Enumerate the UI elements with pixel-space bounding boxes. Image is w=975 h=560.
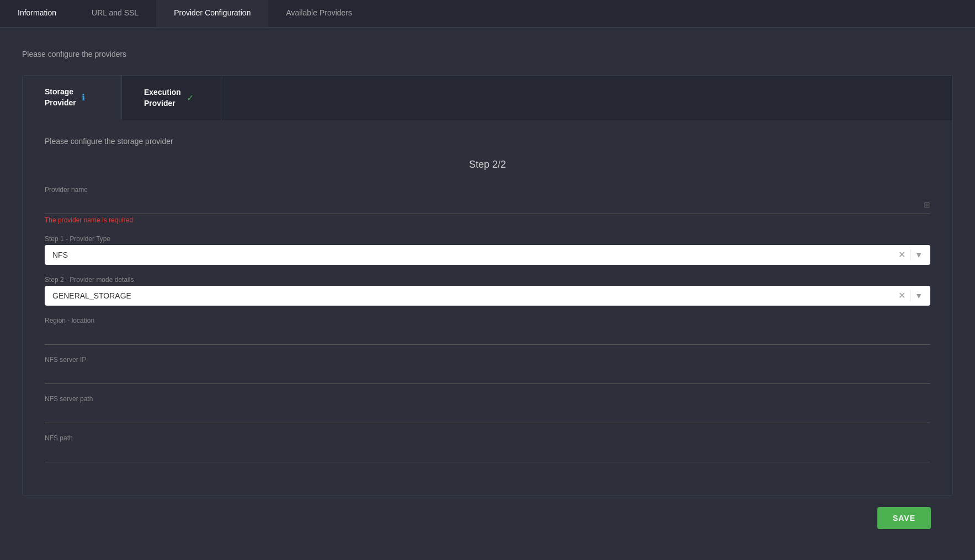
storage-provider-description: Please configure the storage provider	[45, 137, 930, 146]
nfs-server-ip-group: NFS server IP	[45, 356, 930, 384]
provider-tabs-container: StorageProvider ℹ ExecutionProvider ✓ Pl…	[22, 75, 953, 496]
provider-name-input[interactable]	[45, 200, 924, 209]
step-header: Step 2/2	[45, 159, 930, 170]
provider-name-label: Provider name	[45, 186, 930, 194]
tab-provider-configuration[interactable]: Provider Configuration	[156, 0, 268, 27]
save-button[interactable]: SAVE	[877, 507, 931, 529]
provider-mode-value: GENERAL_STORAGE	[45, 286, 896, 306]
provider-type-chevron[interactable]: ▼	[913, 249, 925, 260]
tab-storage-provider[interactable]: StorageProvider ℹ	[23, 76, 122, 120]
nfs-server-path-group: NFS server path	[45, 395, 930, 423]
nfs-path-group: NFS path	[45, 434, 930, 462]
provider-type-label: Step 1 - Provider Type	[45, 235, 930, 243]
provider-mode-group: Step 2 - Provider mode details GENERAL_S…	[45, 276, 930, 306]
copy-icon[interactable]: ⊞	[924, 200, 930, 209]
tab-available-providers[interactable]: Available Providers	[268, 0, 370, 27]
nfs-server-ip-input[interactable]	[45, 366, 930, 384]
info-icon: ℹ	[82, 92, 85, 103]
nfs-server-ip-label: NFS server IP	[45, 356, 930, 364]
region-input[interactable]	[45, 327, 930, 345]
provider-name-error: The provider name is required	[45, 216, 930, 224]
provider-type-clear[interactable]: ✕	[896, 249, 908, 260]
region-label: Region - location	[45, 317, 930, 324]
provider-mode-chevron[interactable]: ▼	[913, 290, 925, 301]
tab-execution-provider[interactable]: ExecutionProvider ✓	[122, 76, 221, 120]
nfs-server-path-label: NFS server path	[45, 395, 930, 403]
page-content: Please configure the providers StoragePr…	[0, 28, 975, 560]
nfs-server-path-input[interactable]	[45, 405, 930, 423]
provider-type-select[interactable]: NFS ✕ ▼	[45, 245, 930, 265]
nfs-path-label: NFS path	[45, 434, 930, 442]
provider-tabs-header: StorageProvider ℹ ExecutionProvider ✓	[23, 76, 952, 120]
provider-type-value: NFS	[45, 245, 896, 265]
save-btn-container: SAVE	[22, 496, 953, 540]
provider-mode-clear[interactable]: ✕	[896, 290, 908, 301]
page-description: Please configure the providers	[22, 50, 953, 58]
select-divider	[910, 249, 910, 260]
nfs-path-input[interactable]	[45, 444, 930, 462]
provider-mode-select[interactable]: GENERAL_STORAGE ✕ ▼	[45, 286, 930, 306]
top-nav: Information URL and SSL Provider Configu…	[0, 0, 975, 28]
provider-name-input-row: ⊞	[45, 196, 930, 214]
tab-url-ssl[interactable]: URL and SSL	[74, 0, 156, 27]
provider-mode-label: Step 2 - Provider mode details	[45, 276, 930, 284]
region-group: Region - location	[45, 317, 930, 345]
tab-information[interactable]: Information	[0, 0, 74, 27]
provider-name-group: Provider name ⊞ The provider name is req…	[45, 186, 930, 224]
check-icon: ✓	[187, 93, 194, 103]
provider-content: Please configure the storage provider St…	[23, 120, 952, 495]
provider-type-group: Step 1 - Provider Type NFS ✕ ▼	[45, 235, 930, 265]
select-divider-2	[910, 290, 910, 301]
